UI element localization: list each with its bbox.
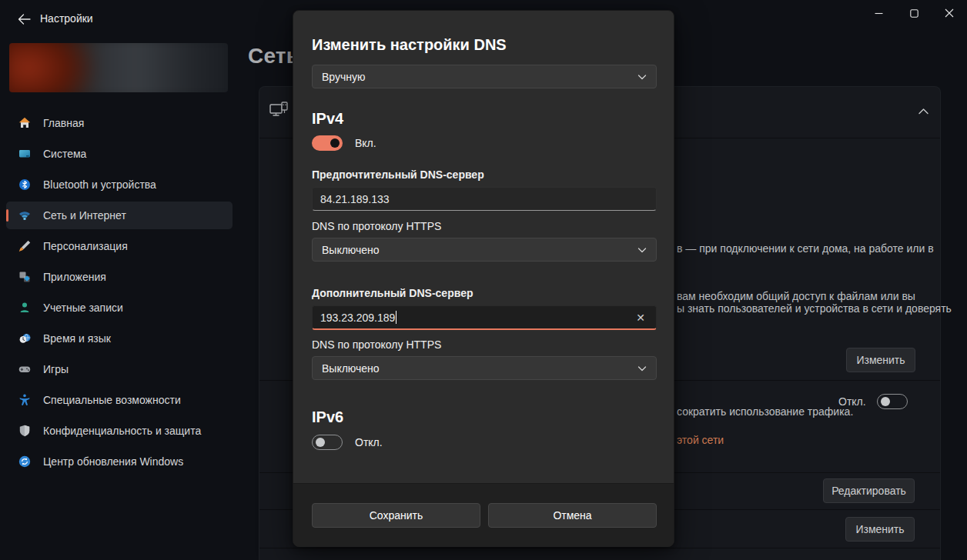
window-controls xyxy=(861,0,967,26)
minimize-icon xyxy=(875,9,883,18)
sidebar-item-label: Приложения xyxy=(43,271,106,283)
doh-dropdown-2[interactable]: Выключено xyxy=(312,356,657,380)
chevron-down-icon xyxy=(637,74,647,80)
privacy-icon xyxy=(18,425,31,437)
sidebar-item-accessibility[interactable]: Специальные возможности xyxy=(6,386,233,414)
doh-dropdown-1[interactable]: Выключено xyxy=(312,238,657,262)
network-share-text-1: вам необходим общий доступ к файлам или … xyxy=(677,290,915,302)
minimize-button[interactable] xyxy=(861,0,896,26)
dialog-title: Изменить настройки DNS xyxy=(312,36,507,54)
ipv4-toggle-state: Вкл. xyxy=(355,137,376,149)
maximize-icon xyxy=(910,9,918,18)
accounts-icon xyxy=(18,302,31,314)
sidebar-item-gaming[interactable]: Игры xyxy=(6,355,233,383)
home-icon xyxy=(18,117,31,129)
dialog-footer: Сохранить Отмена xyxy=(293,483,674,547)
sidebar-item-label: Центр обновления Windows xyxy=(43,455,183,468)
sidebar-item-personalization[interactable]: Персонализация xyxy=(6,232,233,260)
sidebar-item-apps[interactable]: Приложения xyxy=(6,263,233,291)
avatar xyxy=(9,43,228,92)
dns-settings-dialog: Изменить настройки DNS Вручную IPv4 Вкл.… xyxy=(293,10,674,547)
sidebar-item-network[interactable]: Сеть и Интернет xyxy=(6,202,233,229)
text-caret xyxy=(396,311,397,324)
sidebar-item-label: Специальные возможности xyxy=(43,394,181,406)
sidebar-item-label: Игры xyxy=(43,363,69,375)
chevron-down-icon xyxy=(637,247,647,253)
sidebar-item-label: Сеть и Интернет xyxy=(43,209,126,222)
ipv6-toggle-row: Откл. xyxy=(312,435,383,450)
accessibility-icon xyxy=(18,394,31,406)
data-saver-text: сократить использование трафика. xyxy=(677,405,853,418)
maximize-button[interactable] xyxy=(896,0,932,26)
network-icon xyxy=(18,209,31,222)
sidebar-item-time-language[interactable]: Время и язык xyxy=(6,325,233,352)
sidebar-item-label: Главная xyxy=(43,117,84,129)
alternate-dns-input[interactable]: 193.23.209.189 ✕ xyxy=(312,305,657,330)
dns-mode-value: Вручную xyxy=(322,71,366,83)
sidebar-item-label: Система xyxy=(43,148,86,160)
sidebar-item-windows-update[interactable]: Центр обновления Windows xyxy=(6,448,233,475)
gaming-icon xyxy=(18,363,31,375)
ipv6-toggle-state: Откл. xyxy=(355,436,383,448)
sidebar-item-label: Время и язык xyxy=(43,332,111,345)
sidebar-item-label: Конфиденциальность и защита xyxy=(43,425,201,437)
sidebar-item-label: Персонализация xyxy=(43,240,128,252)
personalization-icon xyxy=(18,240,31,252)
network-profile-text: в — при подключении к сети дома, на рабо… xyxy=(677,242,934,255)
dns-mode-dropdown[interactable]: Вручную xyxy=(312,65,657,88)
sidebar-item-label: Bluetooth и устройства xyxy=(43,178,156,191)
divider xyxy=(259,548,940,548)
preferred-dns-value: 84.21.189.133 xyxy=(320,193,390,205)
back-arrow-icon xyxy=(18,14,31,25)
alternate-dns-value: 193.23.209.189 xyxy=(320,312,395,324)
close-button[interactable] xyxy=(932,0,967,26)
sidebar-item-system[interactable]: Система xyxy=(6,140,233,168)
doh-value-1: Выключено xyxy=(322,244,380,256)
user-profile-blurred[interactable] xyxy=(9,43,228,92)
bluetooth-icon xyxy=(18,178,31,191)
edit-button-2[interactable]: Редактировать xyxy=(823,478,915,503)
cancel-button[interactable]: Отмена xyxy=(488,503,657,528)
network-settings-link[interactable]: этой сети xyxy=(677,434,724,446)
alternate-dns-label: Дополнительный DNS-сервер xyxy=(312,287,473,299)
doh-value-2: Выключено xyxy=(322,362,380,375)
ethernet-icon xyxy=(269,101,290,124)
time-language-icon xyxy=(18,332,31,345)
sidebar: Главная Система Bluetooth и устройства С… xyxy=(0,37,239,560)
preferred-dns-input[interactable]: 84.21.189.133 xyxy=(312,187,657,211)
edit-button-3[interactable]: Изменить xyxy=(845,517,915,542)
save-button[interactable]: Сохранить xyxy=(312,503,480,528)
sidebar-nav: Главная Система Bluetooth и устройства С… xyxy=(6,109,233,478)
apps-icon xyxy=(18,271,31,283)
ipv4-heading: IPv4 xyxy=(312,110,343,128)
chevron-up-icon[interactable] xyxy=(918,107,929,116)
sidebar-item-privacy[interactable]: Конфиденциальность и защита xyxy=(6,417,233,445)
close-icon xyxy=(945,8,954,18)
settings-window: Настройки Главная xyxy=(0,0,967,560)
sidebar-item-bluetooth[interactable]: Bluetooth и устройства xyxy=(6,171,233,198)
doh-label-1: DNS по протоколу HTTPS xyxy=(312,220,441,232)
ipv6-heading: IPv6 xyxy=(312,408,343,426)
data-saver-toggle[interactable] xyxy=(877,394,908,409)
edit-button-1[interactable]: Изменить xyxy=(846,348,915,372)
doh-label-2: DNS по протоколу HTTPS xyxy=(312,338,441,351)
ipv4-toggle[interactable] xyxy=(312,135,343,151)
chevron-down-icon xyxy=(637,365,647,372)
clear-input-icon[interactable]: ✕ xyxy=(633,311,648,325)
ipv6-toggle[interactable] xyxy=(312,435,343,450)
sidebar-item-accounts[interactable]: Учетные записи xyxy=(6,294,233,322)
network-share-text-2: ы знать пользователей и устройства в сет… xyxy=(677,302,952,315)
system-icon xyxy=(18,148,31,160)
sidebar-item-home[interactable]: Главная xyxy=(6,109,233,137)
sidebar-item-label: Учетные записи xyxy=(43,302,123,314)
app-title: Настройки xyxy=(40,12,93,25)
ipv4-toggle-row: Вкл. xyxy=(312,135,376,151)
back-button[interactable] xyxy=(11,9,37,29)
windows-update-icon xyxy=(18,455,31,468)
preferred-dns-label: Предпочтительный DNS-сервер xyxy=(312,168,484,181)
